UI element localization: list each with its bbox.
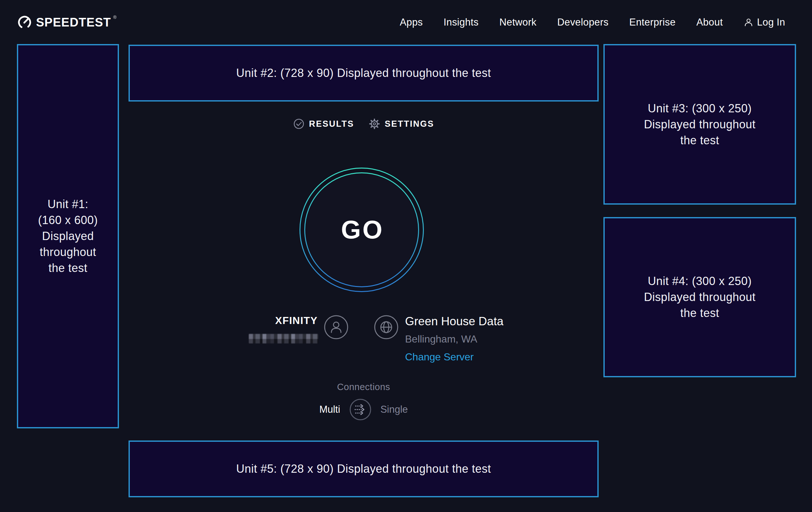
ip-address-redacted xyxy=(249,334,318,344)
nav-item-insights[interactable]: Insights xyxy=(444,17,479,28)
ad-text-line: the test xyxy=(680,305,719,321)
nav-item-apps[interactable]: Apps xyxy=(400,17,423,28)
ad-text-line: Displayed throughout xyxy=(644,116,756,132)
ad-text-line: Unit #1: xyxy=(48,196,88,212)
user-icon xyxy=(744,17,754,27)
ad-unit-1-skyscraper[interactable]: Unit #1: (160 x 600) Displayed throughou… xyxy=(17,44,119,428)
check-circle-icon xyxy=(293,118,304,130)
ad-text-line: Unit #4: (300 x 250) xyxy=(648,273,752,289)
ad-text-line: throughout xyxy=(39,244,96,260)
connections-label: Connections xyxy=(128,382,599,392)
nav-item-network[interactable]: Network xyxy=(499,17,537,28)
connections-toggle-icon[interactable] xyxy=(349,398,372,421)
ad-text-line: Unit #2: (728 x 90) Displayed throughout… xyxy=(236,65,491,81)
top-navbar: SPEEDTEST ® Apps Insights Network Develo… xyxy=(0,0,812,45)
server-globe-icon xyxy=(374,315,399,340)
connections-multi-option[interactable]: Multi xyxy=(319,404,340,415)
tab-results[interactable]: RESULTS xyxy=(293,118,354,130)
speedtest-logo[interactable]: SPEEDTEST ® xyxy=(17,0,116,45)
settings-tab-label: SETTINGS xyxy=(385,119,434,129)
ad-text-line: the test xyxy=(49,260,87,276)
ad-text-line: Displayed xyxy=(42,228,94,244)
server-name: Green House Data xyxy=(405,315,503,327)
results-settings-tabs: RESULTS SETTINGS xyxy=(128,117,599,130)
change-server-link[interactable]: Change Server xyxy=(405,352,503,362)
server-info: Green House Data Bellingham, WA Change S… xyxy=(405,315,503,362)
isp-user-icon xyxy=(324,315,349,340)
speedometer-logo-icon xyxy=(17,15,32,30)
nav-item-about[interactable]: About xyxy=(696,17,723,28)
server-location: Bellingham, WA xyxy=(405,334,503,344)
ad-text-line: Unit #5: (728 x 90) Displayed throughout… xyxy=(236,461,491,477)
login-label: Log In xyxy=(757,17,785,28)
speedtest-page: { "colors": { "page_bg": "#10121e", "ad_… xyxy=(0,0,812,512)
ad-text-line: Displayed throughout xyxy=(644,289,756,305)
results-tab-label: RESULTS xyxy=(309,119,354,129)
ad-unit-4-rectangle[interactable]: Unit #4: (300 x 250) Displayed throughou… xyxy=(603,217,796,377)
primary-nav: Apps Insights Network Developers Enterpr… xyxy=(400,0,785,45)
logo-trademark: ® xyxy=(113,15,116,20)
ad-text-line: the test xyxy=(680,132,719,149)
nav-item-login[interactable]: Log In xyxy=(744,17,785,28)
connections-toggle-row: Multi Single xyxy=(128,398,599,421)
nav-item-developers[interactable]: Developers xyxy=(557,17,609,28)
tab-settings[interactable]: SETTINGS xyxy=(369,118,434,130)
gear-icon xyxy=(369,118,380,130)
go-button-label: GO xyxy=(298,166,426,294)
ad-text-line: Unit #3: (300 x 250) xyxy=(648,101,752,116)
nav-item-enterprise[interactable]: Enterprise xyxy=(629,17,675,28)
logo-wordmark: SPEEDTEST xyxy=(36,16,111,29)
go-button[interactable]: GO xyxy=(298,166,426,294)
isp-name[interactable]: XFINITY xyxy=(255,315,318,327)
connections-single-option[interactable]: Single xyxy=(380,404,408,415)
ad-unit-3-rectangle[interactable]: Unit #3: (300 x 250) Displayed throughou… xyxy=(603,44,796,205)
ad-text-line: (160 x 600) xyxy=(38,212,98,228)
ad-unit-2-leaderboard[interactable]: Unit #2: (728 x 90) Displayed throughout… xyxy=(128,45,599,102)
ad-unit-5-leaderboard[interactable]: Unit #5: (728 x 90) Displayed throughout… xyxy=(128,440,599,497)
